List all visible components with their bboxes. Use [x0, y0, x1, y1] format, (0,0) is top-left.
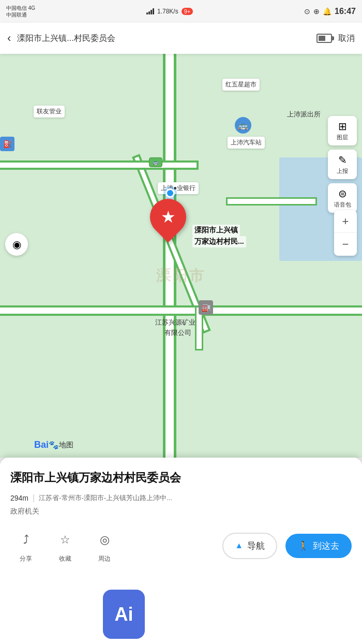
go-here-label: 到这去: [313, 540, 339, 552]
current-location: [165, 188, 175, 198]
nearby-action[interactable]: ◎ 周边: [89, 529, 120, 563]
road-vertical-main: [165, 54, 174, 458]
settings-icon: ⊕: [313, 7, 320, 16]
layers-icon: ⊞: [338, 120, 347, 133]
location-button[interactable]: ◉: [5, 233, 28, 256]
label-liangyou: 联友管业: [34, 106, 65, 118]
station-icon: 🚌: [149, 157, 162, 167]
navigate-label: 导航: [247, 540, 265, 552]
collect-action[interactable]: ☆ 收藏: [50, 529, 81, 563]
sound-icon: 🔔: [323, 7, 331, 16]
right-panel: ⊞ 图层 ✎ 上报 ⊜ 语音包: [328, 116, 357, 213]
collect-icon: ☆: [54, 529, 77, 551]
detail-meta: 294m | 江苏省-常州市-溧阳市-上兴镇芳山路上沛中...: [10, 493, 352, 503]
building-icon: 🏭: [199, 300, 213, 315]
share-action[interactable]: ⤴ 分享: [10, 529, 41, 563]
detail-type: 政府机关: [10, 507, 352, 516]
go-here-button[interactable]: 🚶 到这去: [285, 534, 352, 558]
share-icon: ⤴: [14, 529, 37, 551]
label-shangpei-bus: 上沛汽车站: [228, 137, 265, 149]
pin-star-icon: ★: [161, 207, 176, 227]
label-bank: 上沛●业银行: [158, 182, 199, 194]
collect-label: 收藏: [59, 554, 71, 563]
nearby-icon: ◎: [93, 529, 116, 551]
nav-arrow-icon: ▲: [235, 541, 243, 550]
map-area[interactable]: 溧阳市 联友管业 红五星超市 上沛汽车站 上沛●业银行 🚌 🚌 🏭 ⛽ ★ 溧阳…: [0, 54, 362, 458]
label-hongwuxing: 红五星超市: [222, 79, 260, 91]
label-kuangye1: 江苏兴源矿业: [155, 318, 195, 327]
signal-icon: [146, 8, 154, 14]
nearby-label: 周边: [98, 554, 111, 563]
baidu-logo: Bai 🐾 地图: [34, 440, 73, 450]
voicepack-icon: ⊜: [338, 187, 347, 200]
zoom-in-button[interactable]: +: [334, 210, 357, 233]
dest-label-line1: 溧阳市上兴镇: [192, 225, 240, 236]
road-horiz-upper: [0, 163, 197, 168]
carrier-info: 中国电信 4G 中国联通: [6, 5, 35, 18]
status-center: 1.78K/s 9+: [146, 8, 193, 15]
detail-distance: 294m: [10, 494, 28, 502]
status-right: ⊙ ⊕ 🔔 16:47: [304, 7, 356, 16]
search-bar: ‹ 溧阳市上兴镇...村民委员会 取消: [0, 23, 362, 54]
cancel-button[interactable]: 取消: [338, 33, 355, 44]
battery-icon: [316, 34, 332, 43]
ai-label: Ai: [115, 604, 133, 625]
road-horiz-lower: [0, 308, 362, 314]
layers-button[interactable]: ⊞ 图层: [328, 116, 357, 145]
bus-icon: 🚌: [235, 117, 251, 134]
dest-label-line2: 万家边村村民...: [192, 236, 246, 247]
ai-button[interactable]: Ai: [103, 590, 145, 639]
share-label: 分享: [20, 554, 32, 563]
report-icon: ✎: [338, 154, 347, 166]
navigate-button[interactable]: ▲ 导航: [222, 533, 277, 559]
top-label: 上沛派出所: [287, 110, 321, 119]
label-kuangye2: 有限公司: [164, 328, 191, 338]
detail-title: 溧阳市上兴镇万家边村村民委员会: [10, 470, 352, 486]
gas-icon: ⛽: [0, 137, 14, 151]
report-button[interactable]: ✎ 上报: [328, 150, 357, 179]
detail-panel: 溧阳市上兴镇万家边村村民委员会 294m | 江苏省-常州市-溧阳市-上兴镇芳山…: [0, 458, 362, 644]
location-icon: ◉: [12, 238, 21, 251]
zoom-controls: + −: [334, 210, 357, 256]
zoom-out-button[interactable]: −: [334, 233, 357, 256]
action-row: ⤴ 分享 ☆ 收藏 ◎ 周边 ▲ 导航 🚶 到这去: [10, 529, 352, 563]
destination-pin: ★: [150, 199, 186, 235]
status-time: 16:47: [335, 7, 356, 16]
back-button[interactable]: ‹: [7, 32, 11, 45]
detail-address: 江苏省-常州市-溧阳市-上兴镇芳山路上沛中...: [39, 493, 352, 503]
search-text[interactable]: 溧阳市上兴镇...村民委员会: [17, 33, 310, 44]
road-right-connector: [228, 199, 315, 204]
wifi-icon: ⊙: [304, 7, 310, 16]
walk-icon: 🚶: [298, 540, 309, 551]
voicepack-button[interactable]: ⊜ 语音包: [328, 183, 357, 213]
status-bar: 中国电信 4G 中国联通 1.78K/s 9+ ⊙ ⊕ 🔔 16:47: [0, 0, 362, 23]
